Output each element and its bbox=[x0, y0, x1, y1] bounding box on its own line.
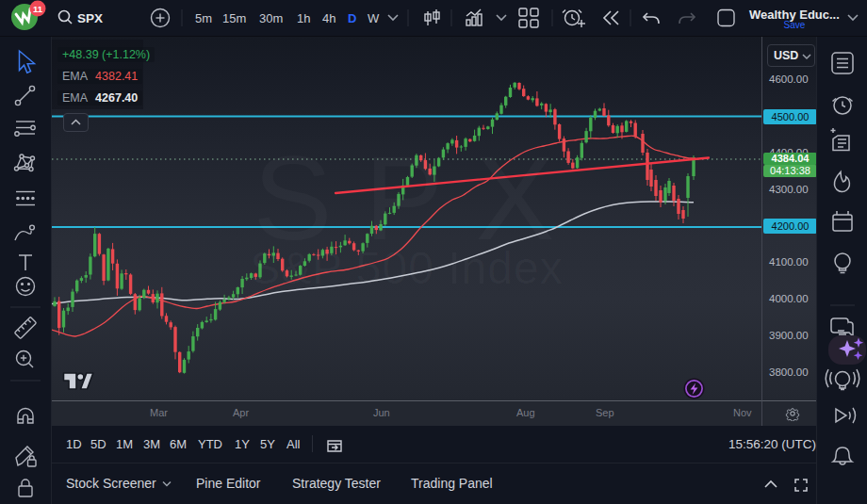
svg-text:11: 11 bbox=[33, 4, 43, 14]
svg-text:1h: 1h bbox=[297, 11, 310, 25]
svg-text:15m: 15m bbox=[222, 11, 246, 25]
svg-text:D: D bbox=[348, 11, 356, 25]
svg-text:5m: 5m bbox=[195, 11, 212, 25]
svg-text:Save: Save bbox=[784, 20, 806, 30]
svg-text:SPX: SPX bbox=[77, 11, 103, 25]
svg-text:W: W bbox=[368, 11, 380, 25]
svg-text:30m: 30m bbox=[259, 11, 283, 25]
svg-text:4h: 4h bbox=[322, 11, 335, 25]
